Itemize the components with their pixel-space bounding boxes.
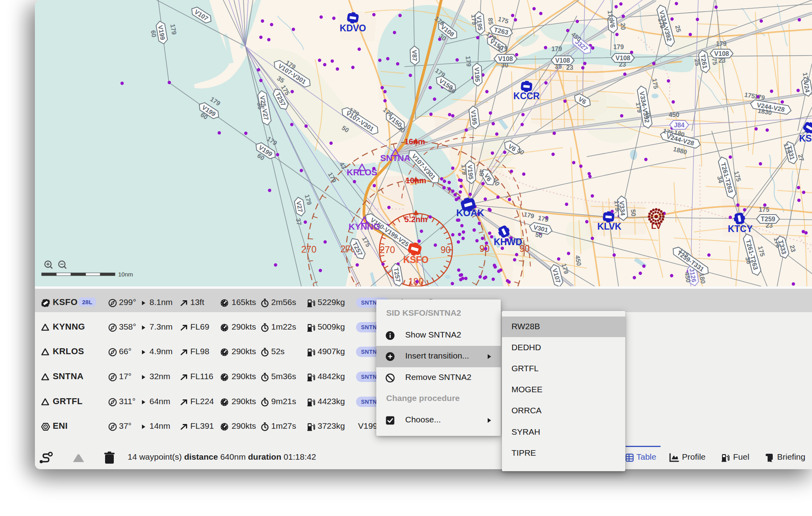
svg-text:SNTNA: SNTNA [380, 153, 410, 163]
svg-text:23: 23 [718, 57, 726, 64]
svg-text:KLVK: KLVK [598, 221, 622, 232]
svg-text:85: 85 [487, 17, 494, 25]
svg-text:179: 179 [465, 56, 472, 67]
svg-text:270: 270 [301, 244, 316, 255]
svg-text:KSFO: KSFO [403, 255, 429, 265]
svg-text:V195: V195 [473, 67, 481, 82]
svg-text:90: 90 [440, 245, 451, 255]
svg-text:V108: V108 [714, 50, 729, 57]
svg-text:V87: V87 [411, 50, 418, 61]
svg-text:179: 179 [613, 44, 624, 50]
svg-text:T259: T259 [761, 216, 776, 223]
svg-text:30: 30 [501, 62, 508, 69]
svg-text:179: 179 [716, 40, 727, 47]
svg-text:40: 40 [478, 169, 485, 176]
svg-text:270: 270 [380, 245, 395, 255]
svg-text:5.2nm: 5.2nm [404, 215, 427, 224]
svg-text:179: 179 [460, 164, 468, 175]
svg-text:KOAK: KOAK [456, 207, 485, 218]
svg-text:KDVO: KDVO [340, 23, 366, 33]
svg-text:35: 35 [256, 102, 264, 110]
svg-text:V108: V108 [615, 55, 630, 61]
svg-text:23: 23 [619, 61, 626, 68]
svg-text:25: 25 [645, 111, 653, 119]
svg-text:23: 23 [566, 64, 573, 71]
svg-text:179: 179 [552, 46, 562, 52]
svg-text:50: 50 [630, 209, 637, 217]
svg-text:10nm: 10nm [118, 271, 133, 278]
svg-text:KTCY: KTCY [728, 224, 753, 234]
svg-text:60: 60 [150, 30, 158, 38]
svg-text:10nm: 10nm [406, 176, 426, 185]
svg-text:37: 37 [295, 218, 303, 226]
svg-text:KSCK: KSCK [799, 133, 812, 144]
svg-text:179: 179 [497, 45, 508, 52]
svg-text:KHWD: KHWD [494, 237, 522, 247]
svg-text:25: 25 [693, 58, 701, 67]
svg-text:16nm: 16nm [404, 137, 425, 146]
svg-text:50: 50 [535, 231, 543, 239]
svg-text:175: 175 [759, 206, 770, 213]
svg-text:LV: LV [651, 221, 661, 230]
svg-text:179: 179 [470, 14, 478, 25]
svg-text:KRLOS: KRLOS [347, 167, 377, 177]
svg-text:KYNNG: KYNNG [349, 222, 380, 232]
svg-text:450: 450 [669, 111, 680, 118]
svg-text:179: 179 [613, 200, 621, 211]
svg-text:J84: J84 [674, 122, 685, 129]
svg-text:20: 20 [619, 23, 626, 30]
svg-text:179: 179 [607, 10, 614, 21]
svg-text:35: 35 [555, 63, 562, 70]
svg-text:75: 75 [711, 58, 719, 66]
svg-text:KCCR: KCCR [513, 91, 540, 101]
svg-text:V108: V108 [498, 56, 513, 62]
svg-text:23: 23 [766, 222, 773, 229]
